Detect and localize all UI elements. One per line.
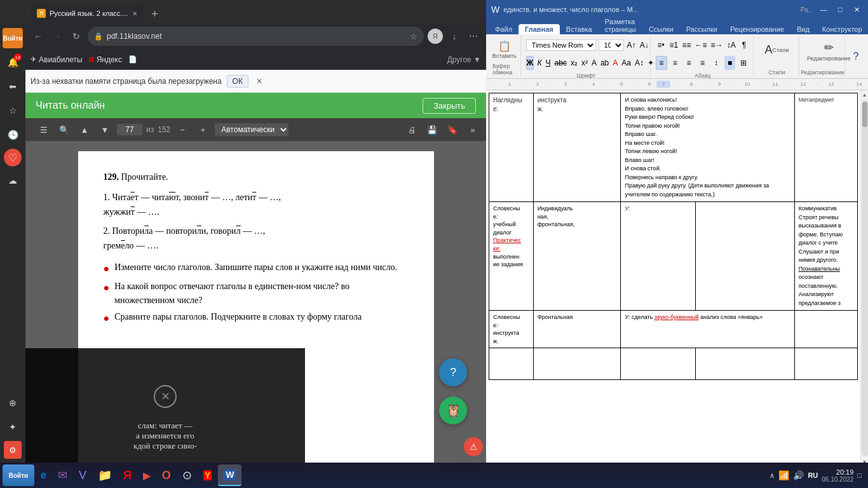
taskbar-chrome[interactable]: ⊙ xyxy=(177,464,197,486)
refresh-button[interactable]: ↻ xyxy=(69,29,84,44)
pdf-prev-page[interactable]: ▲ xyxy=(76,121,93,138)
word-table-container[interactable]: Наглядные: инструктаж. И снова наклонись… xyxy=(486,90,860,466)
align-right-button[interactable]: ≡ xyxy=(683,56,695,70)
ribbon-tab-layout[interactable]: Разметка страницы xyxy=(599,17,642,34)
styles-button[interactable]: A Стили xyxy=(763,42,792,58)
scroll-thumb[interactable] xyxy=(862,102,867,127)
sidebar-icon-1[interactable]: ⬅ xyxy=(3,76,23,97)
start-button[interactable]: Войти xyxy=(3,464,34,486)
sidebar-icon-7[interactable]: ✦ xyxy=(3,417,23,437)
paste-button[interactable]: 📋 Вставить xyxy=(490,39,519,60)
word-minimize-button[interactable]: — xyxy=(817,3,830,16)
justify-button[interactable]: ≡ xyxy=(697,56,709,70)
increase-font-button[interactable]: A↑ xyxy=(627,38,637,52)
font-name-select[interactable]: Times New Roman xyxy=(526,39,596,51)
close-reader-button[interactable]: Закрыть xyxy=(423,98,476,114)
bookmarks-more-button[interactable]: Другое ▼ xyxy=(447,55,481,64)
more-button[interactable]: ⋯ xyxy=(466,29,481,44)
taskbar-media[interactable]: ▶ xyxy=(138,464,156,486)
notification-ok-button[interactable]: ОК xyxy=(227,75,248,88)
login-button[interactable]: Войти xyxy=(3,28,23,48)
taskbar-folder[interactable]: 📁 xyxy=(93,464,117,486)
line-spacing-button[interactable]: ↕ xyxy=(710,56,722,70)
taskbar-viber[interactable]: V xyxy=(74,464,92,486)
bookmark-flights[interactable]: ✈ Авиабилеты xyxy=(31,55,83,64)
sidebar-icon-8[interactable]: ⚙ xyxy=(4,441,22,459)
ribbon-tab-design[interactable]: Конструктор xyxy=(816,24,868,34)
word-close-button[interactable]: ✕ xyxy=(850,3,863,16)
ribbon-tab-review[interactable]: Рецензирование xyxy=(724,24,790,34)
scroll-up-button[interactable]: ▲ xyxy=(861,90,869,99)
pdf-sidebar-toggle[interactable]: ☰ xyxy=(36,121,52,138)
taskbar-word[interactable]: W xyxy=(218,464,241,486)
pdf-zoom-in[interactable]: + xyxy=(194,121,211,138)
decrease-indent-button[interactable]: ←≡ xyxy=(695,38,708,52)
ribbon-tab-mailing[interactable]: Рассылки xyxy=(680,24,724,34)
show-marks-button[interactable]: ¶ xyxy=(739,38,749,52)
owl-float-button[interactable]: 🦉 xyxy=(439,396,467,424)
ribbon-tab-home[interactable]: Главная xyxy=(519,24,560,34)
superscript-button[interactable]: x² xyxy=(581,56,588,70)
forward-button[interactable]: → xyxy=(50,29,65,44)
strikethrough-button[interactable]: аbc xyxy=(554,56,567,70)
text-effects-button[interactable]: A xyxy=(591,56,597,70)
underline-button[interactable]: Ч xyxy=(545,56,552,70)
word-vertical-scrollbar[interactable]: ▲ ▼ xyxy=(860,90,868,466)
word-maximize-button[interactable]: □ xyxy=(834,3,846,16)
multilevel-button[interactable]: ≡≡ xyxy=(681,38,691,52)
address-bar[interactable]: 🔒 pdf.11klasov.net ☆ xyxy=(88,27,424,46)
font-case-button[interactable]: A↕ xyxy=(634,56,644,70)
numbering-button[interactable]: ≡1 xyxy=(668,38,679,52)
profile-button[interactable]: Я xyxy=(428,29,443,44)
pdf-next-page[interactable]: ▼ xyxy=(97,121,113,138)
subscript-button[interactable]: x₂ xyxy=(570,56,578,70)
notification-icon[interactable]: 🔔 18 xyxy=(3,52,23,72)
word-help-button[interactable]: ? xyxy=(849,50,863,64)
help-float-button[interactable]: ? xyxy=(439,358,467,386)
borders-button[interactable]: ⊞ xyxy=(738,56,749,70)
tray-sound-icon[interactable]: 🔊 xyxy=(793,470,804,480)
taskbar-mail[interactable]: ✉ xyxy=(53,464,72,486)
sidebar-icon-4[interactable]: ♡ xyxy=(4,149,22,166)
page-bookmark-icon[interactable]: ☆ xyxy=(410,32,417,41)
sort-button[interactable]: ↕A xyxy=(726,38,736,52)
taskbar-opera[interactable]: O xyxy=(157,464,176,486)
align-center-button[interactable]: ≡ xyxy=(670,56,681,70)
pdf-print-button[interactable]: 🖨 xyxy=(403,121,420,138)
back-button[interactable]: ← xyxy=(31,29,46,44)
pdf-search-button[interactable]: 🔍 xyxy=(56,121,72,138)
bullets-button[interactable]: ≡• xyxy=(656,38,666,52)
taskbar-ie[interactable]: e xyxy=(36,464,51,486)
download-button[interactable]: ↓ xyxy=(447,29,462,44)
ribbon-tab-view[interactable]: Вид xyxy=(790,24,816,34)
pdf-zoom-select[interactable]: Автоматически xyxy=(215,123,288,136)
bold-button[interactable]: Ж xyxy=(526,56,534,70)
taskbar-yandex[interactable]: Я xyxy=(118,464,137,486)
pdf-bookmark-button[interactable]: 🔖 xyxy=(444,121,461,138)
text-highlight-button[interactable]: ab xyxy=(600,56,609,70)
italic-button[interactable]: К xyxy=(536,56,542,70)
sidebar-icon-3[interactable]: 🕒 xyxy=(3,125,23,145)
increase-indent-button[interactable]: ≡→ xyxy=(710,38,724,52)
tab-close-btn[interactable]: ✕ xyxy=(132,10,137,17)
shading-button[interactable]: ■ xyxy=(724,56,736,70)
notification-close-button[interactable]: ✕ xyxy=(256,77,262,86)
ribbon-tab-insert[interactable]: Вставка xyxy=(560,24,599,34)
tray-language[interactable]: RU xyxy=(808,471,818,479)
bookmark-yandex[interactable]: Я Яндекс xyxy=(89,55,122,64)
font-size-aa-button[interactable]: Aa xyxy=(621,56,632,70)
pdf-save-button[interactable]: 💾 xyxy=(424,121,440,138)
align-left-button[interactable]: ≡ xyxy=(656,56,667,70)
sidebar-icon-2[interactable]: ☆ xyxy=(3,100,23,121)
overlay-close-button[interactable]: ✕ xyxy=(154,385,177,408)
font-color-button[interactable]: A xyxy=(612,56,618,70)
taskbar-yandex2[interactable]: Y xyxy=(198,464,217,486)
decrease-font-button[interactable]: A↓ xyxy=(639,38,649,52)
new-tab-button[interactable]: + xyxy=(146,5,164,23)
browser-tab-main[interactable]: Я Русский язык. 2 класс.... ✕ xyxy=(31,4,144,23)
tray-notifications-button[interactable]: □ xyxy=(857,471,862,479)
tray-network-icon[interactable]: 📶 xyxy=(778,470,789,480)
pdf-page-input[interactable] xyxy=(117,124,142,135)
ribbon-tab-file[interactable]: Файл xyxy=(489,24,519,34)
sidebar-icon-6[interactable]: ⊕ xyxy=(3,393,23,413)
